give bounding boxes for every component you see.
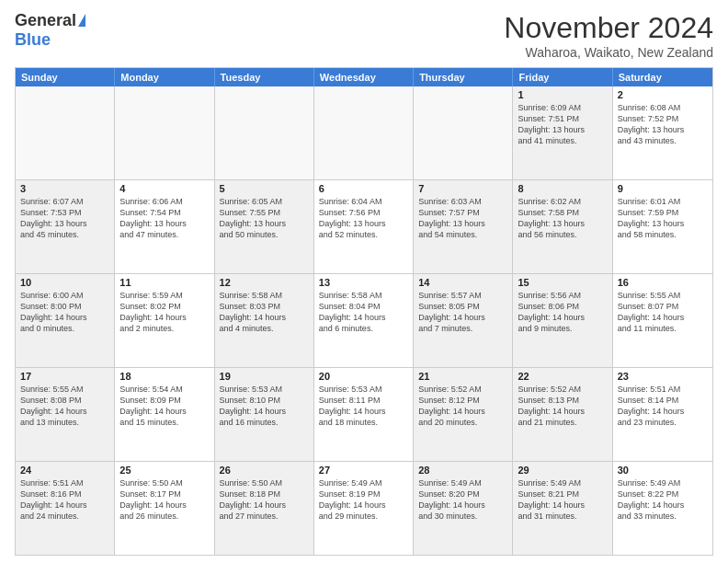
cell-info: Sunrise: 5:58 AM Sunset: 8:03 PM Dayligh… — [220, 290, 309, 335]
calendar-cell: 24Sunrise: 5:51 AM Sunset: 8:16 PM Dayli… — [16, 462, 115, 555]
logo-triangle-icon — [78, 14, 85, 27]
day-number: 15 — [518, 277, 607, 288]
cell-info: Sunrise: 5:51 AM Sunset: 8:14 PM Dayligh… — [618, 384, 708, 429]
day-number: 27 — [319, 465, 408, 476]
cell-info: Sunrise: 6:09 AM Sunset: 7:51 PM Dayligh… — [518, 102, 607, 147]
day-number: 17 — [20, 371, 109, 382]
cell-info: Sunrise: 6:04 AM Sunset: 7:56 PM Dayligh… — [319, 196, 408, 241]
cell-info: Sunrise: 5:55 AM Sunset: 8:07 PM Dayligh… — [618, 290, 708, 335]
calendar-cell: 15Sunrise: 5:56 AM Sunset: 8:06 PM Dayli… — [513, 274, 612, 367]
cell-info: Sunrise: 5:56 AM Sunset: 8:06 PM Dayligh… — [518, 290, 607, 335]
cell-info: Sunrise: 6:08 AM Sunset: 7:52 PM Dayligh… — [618, 102, 708, 147]
calendar-row-3: 17Sunrise: 5:55 AM Sunset: 8:08 PM Dayli… — [16, 368, 712, 462]
cell-info: Sunrise: 5:49 AM Sunset: 8:21 PM Dayligh… — [518, 477, 607, 523]
cal-header-cell-friday: Friday — [513, 68, 612, 86]
calendar-cell: 3Sunrise: 6:07 AM Sunset: 7:53 PM Daylig… — [16, 180, 115, 273]
cell-info: Sunrise: 5:49 AM Sunset: 8:20 PM Dayligh… — [418, 477, 507, 523]
calendar-cell: 1Sunrise: 6:09 AM Sunset: 7:51 PM Daylig… — [513, 86, 612, 179]
cal-header-cell-thursday: Thursday — [414, 68, 513, 86]
cell-info: Sunrise: 6:06 AM Sunset: 7:54 PM Dayligh… — [119, 196, 209, 241]
calendar-cell: 14Sunrise: 5:57 AM Sunset: 8:05 PM Dayli… — [414, 274, 513, 367]
calendar-cell: 18Sunrise: 5:54 AM Sunset: 8:09 PM Dayli… — [115, 368, 214, 461]
day-number: 11 — [119, 277, 209, 288]
calendar-header-row: SundayMondayTuesdayWednesdayThursdayFrid… — [16, 68, 712, 86]
day-number: 22 — [518, 371, 607, 382]
cell-info: Sunrise: 5:55 AM Sunset: 8:08 PM Dayligh… — [20, 384, 109, 429]
cell-info: Sunrise: 6:02 AM Sunset: 7:58 PM Dayligh… — [518, 196, 607, 241]
calendar-cell — [115, 86, 214, 179]
calendar-cell: 26Sunrise: 5:50 AM Sunset: 8:18 PM Dayli… — [215, 462, 314, 555]
cell-info: Sunrise: 5:57 AM Sunset: 8:05 PM Dayligh… — [418, 290, 507, 335]
day-number: 23 — [618, 371, 708, 382]
calendar-row-0: 1Sunrise: 6:09 AM Sunset: 7:51 PM Daylig… — [16, 86, 712, 180]
cell-info: Sunrise: 6:07 AM Sunset: 7:53 PM Dayligh… — [20, 196, 109, 241]
month-title: November 2024 — [504, 11, 713, 45]
calendar-cell: 30Sunrise: 5:49 AM Sunset: 8:22 PM Dayli… — [613, 462, 712, 555]
day-number: 30 — [618, 465, 708, 476]
cal-header-cell-monday: Monday — [115, 68, 214, 86]
calendar-cell: 4Sunrise: 6:06 AM Sunset: 7:54 PM Daylig… — [115, 180, 214, 273]
day-number: 29 — [518, 465, 607, 476]
calendar-cell — [215, 86, 314, 179]
calendar-cell: 28Sunrise: 5:49 AM Sunset: 8:20 PM Dayli… — [414, 462, 513, 555]
page: General Blue November 2024 Waharoa, Waik… — [0, 0, 728, 563]
calendar-row-1: 3Sunrise: 6:07 AM Sunset: 7:53 PM Daylig… — [16, 180, 712, 274]
day-number: 16 — [618, 277, 708, 288]
calendar-cell: 11Sunrise: 5:59 AM Sunset: 8:02 PM Dayli… — [115, 274, 214, 367]
cell-info: Sunrise: 5:49 AM Sunset: 8:22 PM Dayligh… — [618, 477, 708, 523]
calendar-body: 1Sunrise: 6:09 AM Sunset: 7:51 PM Daylig… — [16, 86, 712, 555]
cell-info: Sunrise: 5:54 AM Sunset: 8:09 PM Dayligh… — [119, 384, 209, 429]
calendar-cell — [314, 86, 414, 179]
calendar-cell: 29Sunrise: 5:49 AM Sunset: 8:21 PM Dayli… — [513, 462, 612, 555]
cell-info: Sunrise: 5:50 AM Sunset: 8:17 PM Dayligh… — [119, 477, 209, 523]
cell-info: Sunrise: 5:51 AM Sunset: 8:16 PM Dayligh… — [20, 477, 109, 523]
day-number: 5 — [220, 183, 309, 194]
day-number: 13 — [319, 277, 408, 288]
day-number: 4 — [119, 183, 209, 194]
day-number: 6 — [319, 183, 408, 194]
day-number: 10 — [20, 277, 109, 288]
calendar-cell — [414, 86, 513, 179]
day-number: 26 — [220, 465, 309, 476]
cell-info: Sunrise: 5:59 AM Sunset: 8:02 PM Dayligh… — [119, 290, 209, 335]
calendar: SundayMondayTuesdayWednesdayThursdayFrid… — [15, 67, 713, 556]
logo: General Blue — [15, 11, 85, 50]
calendar-row-2: 10Sunrise: 6:00 AM Sunset: 8:00 PM Dayli… — [16, 274, 712, 368]
cell-info: Sunrise: 6:01 AM Sunset: 7:59 PM Dayligh… — [618, 196, 708, 241]
day-number: 8 — [518, 183, 607, 194]
day-number: 19 — [220, 371, 309, 382]
calendar-row-4: 24Sunrise: 5:51 AM Sunset: 8:16 PM Dayli… — [16, 462, 712, 555]
day-number: 12 — [220, 277, 309, 288]
cell-info: Sunrise: 5:52 AM Sunset: 8:13 PM Dayligh… — [518, 384, 607, 429]
cell-info: Sunrise: 6:00 AM Sunset: 8:00 PM Dayligh… — [20, 290, 109, 335]
calendar-cell: 19Sunrise: 5:53 AM Sunset: 8:10 PM Dayli… — [215, 368, 314, 461]
day-number: 25 — [119, 465, 209, 476]
day-number: 24 — [20, 465, 109, 476]
calendar-cell: 5Sunrise: 6:05 AM Sunset: 7:55 PM Daylig… — [215, 180, 314, 273]
cell-info: Sunrise: 6:05 AM Sunset: 7:55 PM Dayligh… — [220, 196, 309, 241]
calendar-cell: 8Sunrise: 6:02 AM Sunset: 7:58 PM Daylig… — [513, 180, 612, 273]
calendar-cell: 16Sunrise: 5:55 AM Sunset: 8:07 PM Dayli… — [613, 274, 712, 367]
calendar-cell: 10Sunrise: 6:00 AM Sunset: 8:00 PM Dayli… — [16, 274, 115, 367]
calendar-cell: 23Sunrise: 5:51 AM Sunset: 8:14 PM Dayli… — [613, 368, 712, 461]
day-number: 14 — [418, 277, 507, 288]
cal-header-cell-wednesday: Wednesday — [314, 68, 414, 86]
calendar-cell: 22Sunrise: 5:52 AM Sunset: 8:13 PM Dayli… — [513, 368, 612, 461]
cell-info: Sunrise: 5:58 AM Sunset: 8:04 PM Dayligh… — [319, 290, 408, 335]
calendar-cell: 9Sunrise: 6:01 AM Sunset: 7:59 PM Daylig… — [613, 180, 712, 273]
subtitle: Waharoa, Waikato, New Zealand — [504, 45, 713, 60]
calendar-cell: 7Sunrise: 6:03 AM Sunset: 7:57 PM Daylig… — [414, 180, 513, 273]
calendar-cell: 27Sunrise: 5:49 AM Sunset: 8:19 PM Dayli… — [314, 462, 414, 555]
cell-info: Sunrise: 5:50 AM Sunset: 8:18 PM Dayligh… — [220, 477, 309, 523]
day-number: 9 — [618, 183, 708, 194]
cell-info: Sunrise: 5:49 AM Sunset: 8:19 PM Dayligh… — [319, 477, 408, 523]
calendar-cell: 13Sunrise: 5:58 AM Sunset: 8:04 PM Dayli… — [314, 274, 414, 367]
cell-info: Sunrise: 6:03 AM Sunset: 7:57 PM Dayligh… — [418, 196, 507, 241]
calendar-cell — [16, 86, 115, 179]
day-number: 18 — [119, 371, 209, 382]
calendar-cell: 17Sunrise: 5:55 AM Sunset: 8:08 PM Dayli… — [16, 368, 115, 461]
calendar-cell: 25Sunrise: 5:50 AM Sunset: 8:17 PM Dayli… — [115, 462, 214, 555]
logo-blue-text: Blue — [15, 30, 51, 50]
header: General Blue November 2024 Waharoa, Waik… — [15, 11, 713, 60]
calendar-cell: 2Sunrise: 6:08 AM Sunset: 7:52 PM Daylig… — [613, 86, 712, 179]
